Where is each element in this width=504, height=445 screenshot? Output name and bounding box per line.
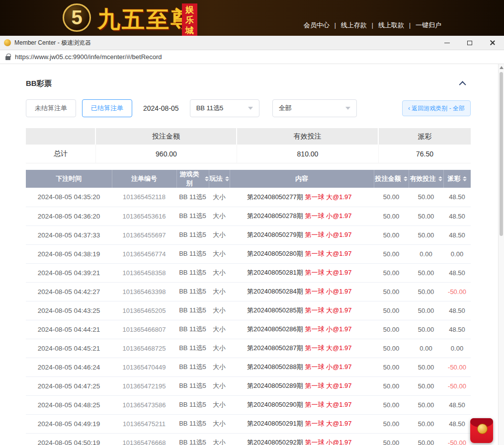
cell-content: 第202408050285期 第一球 大@1.97 [230,301,374,320]
url-bar[interactable]: https://www.jw05.cc:9900/infe/mcenter/#/… [0,50,504,64]
table-row: 2024-08-05 04:47:25101365472195BB 11选5大小… [26,376,471,395]
cell-payout: -50.00 [443,282,471,301]
nav-link-member-center[interactable]: 会员中心 [304,21,330,30]
column-header-valid-bet[interactable]: 有效投注 [409,170,443,188]
cell-order-id: 101365453616 [112,207,176,225]
cell-play-type: 大小 [209,188,230,207]
cell-play-type: 大小 [209,414,230,433]
column-header-payout[interactable]: 派彩 [443,170,471,188]
sort-icons [225,176,229,181]
site-banner: 5 九五至尊 娱 乐 城 会员中心 | 线上存款 | 线上取款 | 一键归户 [0,0,504,36]
lock-icon [5,56,10,60]
content-selection: 第一球 大@1.97 [305,401,351,408]
close-button[interactable] [481,36,504,50]
content-selection: 第一球 大@1.97 [305,344,351,352]
table-row: 2024-08-05 04:37:33101365455697BB 11选5大小… [26,225,471,244]
table-row: 2024-08-05 04:46:24101365470449BB 11选5大小… [26,358,471,376]
cell-order-id: 101365475211 [112,414,176,433]
nav-link-one-key-transfer[interactable]: 一键归户 [416,21,441,30]
summary-table: 投注金额 有效投注 派彩 总计 960.00 810.00 76.50 [26,128,471,163]
maximize-button[interactable] [458,36,481,50]
cell-play-type: 大小 [209,395,230,414]
summary-header-row: 投注金额 有效投注 派彩 [26,128,471,145]
summary-payout-total: 76.50 [379,145,471,163]
nav-link-deposit[interactable]: 线上存款 [341,21,367,30]
game-select[interactable]: BB 11选5 [190,99,259,117]
cell-bet-amount: 50.00 [374,414,409,433]
summary-valid-total: 810.00 [237,145,379,163]
table-row: 2024-08-05 04:48:25101365473586BB 11选5大小… [26,395,471,414]
cell-content: 第202408050280期 第一球 大@1.97 [230,244,374,263]
cell-content: 第202408050284期 第一球 小@1.97 [230,282,374,301]
logo-badge-char: 娱 [182,4,197,15]
content-issue: 第202408050280期 [247,250,303,257]
cell-payout: 48.50 [443,301,471,320]
window-controls [435,36,504,50]
table-row: 2024-08-05 04:49:19101365475211BB 11选5大小… [26,414,471,433]
cell-game-type: BB 11选5 [176,433,209,445]
column-header-bet-time: 下注时间 [26,170,112,188]
url-text[interactable]: https://www.jw05.cc:9900/infe/mcenter/#/… [15,53,162,61]
settled-bets-button[interactable]: 已结算注单 [82,99,132,117]
cell-bet-amount: 50.00 [374,225,409,244]
category-select[interactable]: 全部 [272,99,357,117]
cell-bet-amount: 50.00 [374,433,409,445]
cell-order-id: 101365473586 [112,395,176,414]
cell-game-type: BB 11选5 [176,339,209,358]
cell-order-id: 101365468725 [112,339,176,358]
browser-titlebar: Member Center - 极速浏览器 [0,36,504,50]
cell-valid-amount: 50.00 [409,414,443,433]
cell-valid-amount: 50.00 [409,225,443,244]
chevron-down-icon [345,107,350,110]
cell-game-type: BB 11选5 [176,225,209,244]
column-header-play-type[interactable]: 玩法 [209,170,230,188]
maximize-icon [467,41,472,45]
minimize-button[interactable] [435,36,458,50]
chevron-up-icon[interactable] [459,81,466,88]
nav-link-withdraw[interactable]: 线上取款 [378,21,404,30]
minimize-icon [444,43,450,43]
cell-bet-time: 2024-08-05 04:45:21 [26,339,112,358]
unsettled-bets-button[interactable]: 未结算注单 [26,99,76,117]
cell-order-id: 101365455697 [112,225,176,244]
bet-record-table: 下注时间 注单编号 游戏类别 玩法 内容 投注金额 [26,170,471,445]
content-selection: 第一球 小@1.97 [305,288,351,295]
sort-icons [404,176,408,181]
table-row: 2024-08-05 04:45:21101365468725BB 11选5大小… [26,339,471,358]
date-value[interactable]: 2024-08-05 [143,104,179,112]
content-issue: 第202408050288期 [247,363,303,371]
cell-game-type: BB 11选5 [176,376,209,395]
cell-order-id: 101365472195 [112,376,176,395]
back-to-game-category-button[interactable]: ‹ 返回游戏类别 - 全部 [402,100,471,116]
content-issue: 第202408050287期 [247,344,303,352]
logo-badge-char: 城 [182,25,197,36]
content-selection: 第一球 大@1.97 [305,382,351,389]
cell-play-type: 大小 [209,225,230,244]
cell-bet-amount: 50.00 [374,207,409,225]
cell-game-type: BB 11选5 [176,244,209,263]
cell-game-type: BB 11选5 [176,320,209,339]
cell-play-type: 大小 [209,339,230,358]
cell-bet-time: 2024-08-05 04:50:19 [26,433,112,445]
scrollbar[interactable] [498,64,504,445]
cell-payout: 0.00 [443,244,471,263]
cell-bet-amount: 50.00 [374,395,409,414]
scroll-up-arrow-icon[interactable] [500,66,504,69]
scrollbar-thumb[interactable] [500,72,503,236]
cell-payout: 48.50 [443,225,471,244]
cell-bet-time: 2024-08-05 04:48:25 [26,395,112,414]
cell-payout: -50.00 [443,433,471,445]
cell-content: 第202408050286期 第一球 小@1.97 [230,320,374,339]
cell-valid-amount: 50.00 [409,358,443,376]
column-header-game-type[interactable]: 游戏类别 [176,170,209,188]
red-envelope-button[interactable] [470,418,493,443]
cell-play-type: 大小 [209,358,230,376]
content-issue: 第202408050290期 [247,401,303,408]
cell-payout: 0.00 [443,339,471,358]
cell-play-type: 大小 [209,376,230,395]
cell-bet-amount: 50.00 [374,244,409,263]
nav-separator: | [335,22,336,29]
column-header-bet-amount[interactable]: 投注金额 [374,170,409,188]
content-issue: 第202408050286期 [247,325,303,333]
cell-bet-amount: 50.00 [374,282,409,301]
